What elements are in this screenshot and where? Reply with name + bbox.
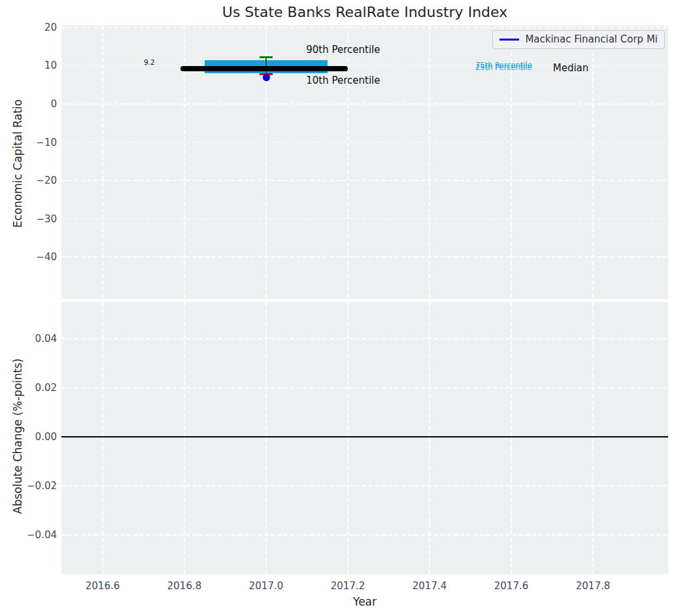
v-gridline <box>347 302 348 574</box>
h-gridline <box>61 387 668 388</box>
x-tick-label: 2016.8 <box>167 580 202 592</box>
v-gridline <box>511 302 512 574</box>
y-tick-label: −10 <box>36 137 57 148</box>
legend-line-icon <box>499 39 519 41</box>
x-tick-label: 2017.2 <box>331 580 365 592</box>
h-gridline <box>61 180 668 181</box>
x-axis-label: Year <box>353 595 377 608</box>
y-tick-label: 0 <box>50 98 57 110</box>
v-gridline <box>184 302 185 574</box>
h-gridline <box>61 103 668 105</box>
annotation-median: Median <box>553 62 589 74</box>
x-tick-label: 2017.8 <box>576 580 611 592</box>
v-gridline <box>592 302 594 574</box>
y-tick-label: 20 <box>44 22 57 33</box>
bottom-y-axis-label: Absolute Change (%-points) <box>11 358 24 514</box>
company-value-dot <box>263 74 270 81</box>
v-gridline <box>102 26 103 299</box>
chart-title: Us State Banks RealRate Industry Index <box>222 4 507 20</box>
y-tick-label: 10 <box>44 60 57 71</box>
legend: Mackinac Financial Corp Mi <box>492 30 665 49</box>
h-gridline <box>61 27 668 28</box>
x-tick-label: 2017.0 <box>249 580 284 592</box>
x-tick-label: 2017.4 <box>413 580 447 592</box>
h-gridline <box>61 142 668 143</box>
h-gridline <box>61 338 668 339</box>
y-tick-label: 0.00 <box>35 431 57 443</box>
y-tick-label: −20 <box>36 175 57 186</box>
legend-label: Mackinac Financial Corp Mi <box>525 33 658 45</box>
x-tick-label: 2017.6 <box>494 580 529 592</box>
h-gridline <box>61 256 668 258</box>
y-tick-label: −0.04 <box>27 529 57 541</box>
v-gridline <box>429 26 430 299</box>
figure: Us State Banks RealRate Industry Index M… <box>0 0 676 616</box>
v-gridline <box>429 302 430 574</box>
v-gridline <box>102 302 103 574</box>
h-gridline <box>61 534 668 536</box>
bottom-axes <box>61 302 668 574</box>
y-tick-label: 0.02 <box>35 382 57 394</box>
v-gridline <box>347 26 348 299</box>
x-tick-label: 2016.6 <box>86 580 120 592</box>
y-tick-label: 0.04 <box>35 333 57 345</box>
y-tick-label: −40 <box>36 251 57 263</box>
y-tick-label: −30 <box>36 213 57 225</box>
y-tick-label: −0.02 <box>27 480 57 492</box>
h-gridline <box>61 485 668 487</box>
annotation-90th-percentile: 90th Percentile <box>306 44 380 56</box>
whisker-cap-90th <box>260 56 273 58</box>
zero-line <box>61 436 668 437</box>
annotation-10th-percentile: 10th Percentile <box>306 75 380 86</box>
h-gridline <box>61 218 668 220</box>
top-y-axis-label: Economic Capital Ratio <box>11 99 24 228</box>
median-bar <box>180 66 348 71</box>
top-axes: Mackinac Financial Corp Mi 9.290th Perce… <box>61 26 668 299</box>
annotation-25th-percentile: 25th Percentile <box>475 63 532 72</box>
v-gridline <box>592 26 594 299</box>
annotation-9-2: 9.2 <box>144 58 155 66</box>
v-gridline <box>265 302 267 574</box>
